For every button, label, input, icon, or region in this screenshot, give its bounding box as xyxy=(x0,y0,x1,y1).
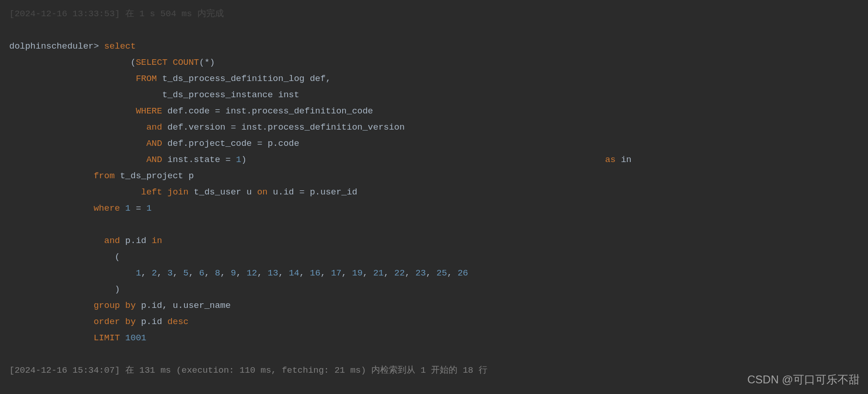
paren: ( xyxy=(9,57,136,68)
kw-select-inner: SELECT xyxy=(136,57,167,68)
kw-where: where xyxy=(93,203,120,213)
id-number: 16 xyxy=(310,268,320,278)
id-number: 8 xyxy=(215,268,220,278)
status-line: [2024-12-16 15:34:07] 在 131 ms (executio… xyxy=(9,363,859,379)
id-number: 6 xyxy=(199,268,204,278)
kw-group-by: group by xyxy=(93,300,135,311)
kw-where-inner: WHERE xyxy=(136,106,162,116)
status-timestamp: [2024-12-16 15:34:07] xyxy=(9,365,120,375)
kw-and: AND xyxy=(146,155,162,165)
id-number: 5 xyxy=(183,268,188,278)
id-list: 1, 2, 3, 5, 6, 8, 9, 12, 13, 14, 16, 17,… xyxy=(136,268,468,278)
id-number: 9 xyxy=(231,268,236,278)
prompt: dolphinscheduler> xyxy=(9,41,99,51)
kw-as: as xyxy=(605,155,616,165)
top-fragment-line: [2024-12-16 13:33:53] 在 1 s 504 ms 内完成 xyxy=(9,6,859,22)
kw-and: and xyxy=(146,122,162,132)
id-number: 13 xyxy=(268,268,278,278)
id-number: 14 xyxy=(289,268,299,278)
id-number: 21 xyxy=(373,268,384,278)
id-number: 3 xyxy=(167,268,172,278)
id-number: 1 xyxy=(136,268,141,278)
id-number: 26 xyxy=(457,268,468,278)
id-number: 12 xyxy=(246,268,257,278)
id-number: 2 xyxy=(152,268,157,278)
kw-and: and xyxy=(104,236,120,246)
kw-limit: LIMIT xyxy=(93,333,120,343)
id-number: 23 xyxy=(415,268,426,278)
query-text[interactable]: dolphinscheduler> select (SELECT COUNT(*… xyxy=(9,38,859,346)
sql-console[interactable]: [2024-12-16 13:33:53] 在 1 s 504 ms 内完成 d… xyxy=(0,0,868,394)
id-number: 17 xyxy=(331,268,342,278)
kw-on: on xyxy=(257,187,268,197)
id-number: 25 xyxy=(437,268,447,278)
kw-select: select xyxy=(99,41,136,51)
kw-from: from xyxy=(93,171,115,181)
kw-from-inner: FROM xyxy=(136,74,157,84)
id-number: 19 xyxy=(352,268,363,278)
kw-order-by: order by xyxy=(93,317,135,327)
id-number: 22 xyxy=(394,268,405,278)
kw-and: AND xyxy=(146,138,162,149)
kw-desc: desc xyxy=(167,317,189,327)
kw-left-join: left join xyxy=(141,187,189,197)
kw-count: COUNT xyxy=(172,57,199,68)
kw-in: in xyxy=(152,236,162,246)
